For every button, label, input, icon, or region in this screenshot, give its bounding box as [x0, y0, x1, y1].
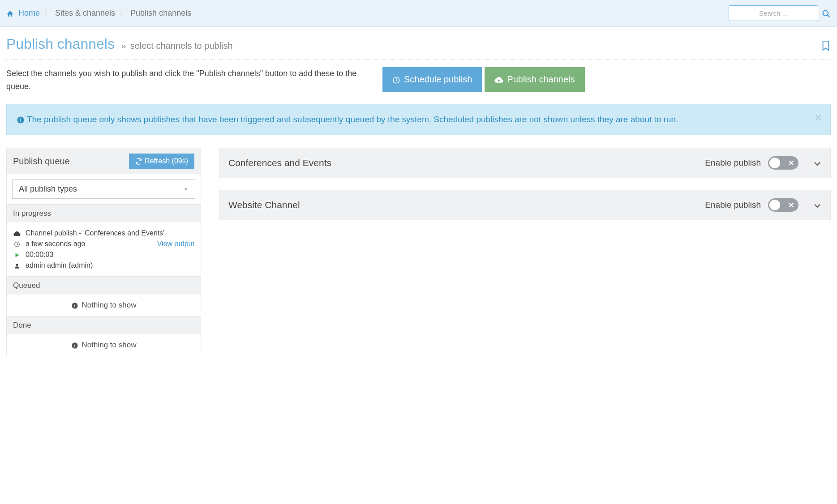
- cloud-icon: [13, 229, 21, 237]
- info-icon: [71, 341, 78, 350]
- publish-queue-panel: Publish queue Refresh (09s) All publish …: [6, 148, 201, 356]
- breadcrumb: Home 〉 Sites & channels 〉 Publish channe…: [0, 0, 837, 27]
- enable-publish-label: Enable publish: [705, 158, 761, 168]
- channel-name: Website Channel: [228, 200, 698, 210]
- view-output-link[interactable]: View output: [157, 240, 194, 248]
- channel-row: Conferences and Events Enable publish ✕: [219, 148, 831, 178]
- schedule-publish-button[interactable]: Schedule publish: [382, 67, 482, 92]
- bookmark-icon[interactable]: [821, 38, 831, 52]
- chevron-down-icon[interactable]: [813, 158, 821, 168]
- chevron-down-icon[interactable]: [813, 201, 821, 210]
- divider: [806, 198, 806, 212]
- refresh-button[interactable]: Refresh (09s): [129, 154, 194, 169]
- info-alert: The publish queue only shows publishes t…: [6, 104, 831, 136]
- caret-down-icon: ▼: [183, 186, 189, 192]
- svg-rect-9: [74, 305, 75, 307]
- close-icon[interactable]: ✕: [815, 112, 822, 123]
- chevron-double-right-icon: »: [121, 41, 126, 51]
- play-icon: [13, 251, 21, 259]
- queue-item-time-ago: a few seconds ago: [26, 240, 85, 248]
- home-icon[interactable]: [6, 9, 14, 18]
- publish-channels-button[interactable]: Publish channels: [485, 67, 584, 92]
- breadcrumb-home[interactable]: Home: [18, 9, 40, 18]
- section-done: Done: [7, 316, 201, 334]
- svg-point-0: [823, 10, 828, 16]
- panel-title: Publish queue: [13, 156, 124, 167]
- chevron-right-icon: 〉: [120, 9, 126, 17]
- queue-item: Channel publish - 'Conferences and Event…: [7, 222, 201, 276]
- publish-type-filter[interactable]: All publish types ▼: [12, 179, 195, 199]
- search-input[interactable]: [729, 5, 818, 21]
- clock-icon: [392, 74, 400, 85]
- user-icon: [13, 261, 21, 269]
- svg-rect-5: [20, 118, 21, 119]
- breadcrumb-sites[interactable]: Sites & channels: [55, 9, 115, 18]
- svg-line-1: [828, 15, 830, 17]
- cloud-upload-icon: [494, 74, 503, 85]
- svg-rect-4: [20, 119, 21, 121]
- empty-state: Nothing to show: [7, 295, 201, 316]
- page-header: Publish channels » select channels to pu…: [6, 36, 831, 60]
- queue-item-elapsed: 00:00:03: [26, 251, 53, 259]
- chevron-right-icon: 〉: [44, 9, 51, 17]
- channel-name: Conferences and Events: [228, 158, 698, 168]
- queue-item-user: admin admin (admin): [26, 261, 93, 269]
- svg-rect-10: [74, 304, 75, 304]
- section-in-progress: In progress: [7, 204, 201, 222]
- enable-publish-toggle[interactable]: ✕: [768, 198, 798, 212]
- channel-row: Website Channel Enable publish ✕: [219, 190, 831, 220]
- page-description: Select the channels you wish to publish …: [6, 67, 373, 93]
- page-subtitle: » select channels to publish: [121, 41, 233, 51]
- enable-publish-toggle[interactable]: ✕: [768, 156, 798, 170]
- page-title: Publish channels: [6, 36, 115, 52]
- info-icon: [17, 115, 27, 124]
- svg-point-7: [16, 264, 18, 266]
- svg-rect-12: [74, 345, 75, 347]
- breadcrumb-current: Publish channels: [130, 9, 191, 18]
- close-icon: ✕: [788, 201, 794, 209]
- refresh-icon: [135, 157, 142, 165]
- empty-state: Nothing to show: [7, 334, 201, 356]
- close-icon: ✕: [788, 159, 794, 167]
- svg-rect-13: [74, 344, 75, 344]
- queue-item-title: Channel publish - 'Conferences and Event…: [26, 229, 164, 237]
- divider: [806, 156, 806, 170]
- section-queued: Queued: [7, 276, 201, 295]
- search-icon[interactable]: [822, 8, 831, 18]
- clock-icon: [13, 240, 21, 248]
- enable-publish-label: Enable publish: [705, 200, 761, 210]
- info-icon: [71, 301, 78, 310]
